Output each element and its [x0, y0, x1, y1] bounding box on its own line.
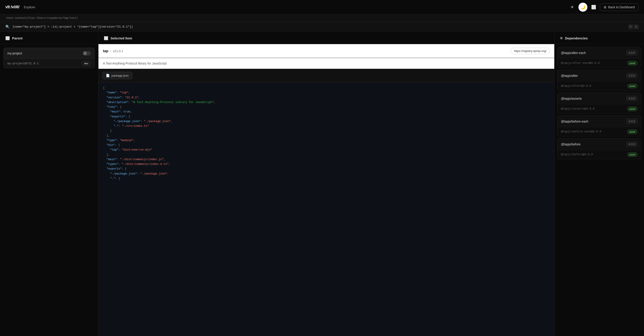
dep-item-4[interactable]: @tapjs/before 4.0.0 @tapjs/before@4.0.0 …: [557, 138, 641, 159]
dep-name-2: @tapjs/asserts: [561, 97, 582, 100]
parent-item-sub-name: my-project@^21.0.1: [8, 62, 39, 65]
dep-sub-0: @tapjs/after-each@4.0.0 prod: [558, 59, 641, 68]
pkg-tab-label: package.json: [112, 74, 129, 77]
dep-sub-3: @tapjs/before-each@4.0.0 prod: [558, 127, 641, 136]
dep-sub-name-1: @tapjs/after@3.0.0: [561, 85, 591, 88]
dep-sub-name-0: @tapjs/after-each@4.0.0: [561, 62, 600, 65]
code-area: { "name": "tap", "version": "21.0.1", "d…: [98, 82, 554, 336]
parent-item-header: my-project: [4, 48, 94, 59]
dep-badge-0: prod: [627, 61, 638, 65]
back-to-dashboard-button[interactable]: ⊞ Back to Dashboard: [600, 3, 639, 11]
selected-panel-icon: ⬜: [104, 36, 108, 40]
selected-pkg-version: v21.0.1: [113, 49, 123, 53]
dep-version-0: 4.0.0: [626, 50, 638, 55]
parent-panel-icon: ⬜: [5, 36, 10, 40]
dep-header-3: @tapjs/before-each 4.0.0: [558, 116, 641, 127]
selected-pkg-name: tap: [103, 49, 108, 53]
search-icon: 🔍: [5, 25, 10, 29]
dep-header-2: @tapjs/asserts 4.0.0: [558, 93, 641, 104]
code-line-6: "main": true,: [103, 110, 550, 114]
selected-panel: ⬜ Selected Item tap ● v21.0.1 https://re…: [98, 32, 554, 336]
code-line-12: "type": "module",: [103, 138, 550, 143]
parent-panel: ⬜ Parent my-project my-project@^21.0.1 d…: [0, 32, 98, 336]
code-line-15: },: [103, 153, 550, 157]
pkg-tab-icon: 📄: [106, 74, 110, 77]
explore-label: Explore: [24, 5, 35, 9]
dep-badge-2: prod: [627, 107, 638, 111]
dark-mode-button[interactable]: 🌙: [578, 3, 588, 12]
toggle-switch[interactable]: [83, 51, 91, 56]
dep-sub-name-4: @tapjs/before@4.0.0: [561, 153, 593, 156]
parent-item[interactable]: my-project my-project@^21.0.1 dev: [4, 48, 95, 68]
kbd-cmd: ⌘: [628, 25, 633, 29]
selected-panel-title: Selected Item: [110, 36, 132, 40]
package-json-tab[interactable]: 📄 package.json: [102, 72, 132, 79]
code-line-14: "tap": "dist/esm/run.mjs": [103, 148, 550, 152]
code-line-5: "tshy": {: [103, 105, 550, 110]
dep-sub-4: @tapjs/before@4.0.0 prod: [558, 150, 641, 159]
dep-badge-3: prod: [627, 130, 638, 134]
dep-panel-icon: ❋: [560, 36, 563, 40]
selected-pkg-name-wrap: tap ● v21.0.1: [103, 49, 123, 53]
context-bar: :host-context(file:/Users/ruyadorno/tmp/…: [0, 14, 644, 22]
code-line-4: "description": "A Test-Anything-Protocol…: [103, 100, 550, 105]
search-input[interactable]: [12, 25, 626, 29]
dep-sub-name-3: @tapjs/before-each@4.0.0: [561, 130, 601, 133]
dep-panel-title: Dependencies: [565, 36, 588, 40]
dep-name-3: @tapjs/before-each: [561, 120, 588, 123]
back-label: Back to Dashboard: [608, 5, 635, 9]
dep-badge-4: prod: [627, 152, 638, 157]
selected-pkg-header: tap ● v21.0.1 https://registry.npmjs.org…: [98, 44, 554, 58]
dep-name-4: @tapjs/before: [561, 142, 580, 146]
dep-sub-2: @tapjs/asserts@4.0.0 prod: [558, 104, 641, 113]
parent-item-sub: my-project@^21.0.1 dev: [4, 59, 94, 68]
parent-panel-header: ⬜ Parent: [0, 32, 98, 44]
dep-header-1: @tapjs/after 3.0.0: [558, 70, 641, 81]
code-line-18: "exports": {: [103, 167, 550, 171]
code-line-13: "bin": {: [103, 143, 550, 148]
code-line-8: "./package.json": "./package.json",: [103, 119, 550, 124]
code-line-19: "./package.json": "./package.json",: [103, 172, 550, 176]
dep-item-3[interactable]: @tapjs/before-each 4.0.0 @tapjs/before-e…: [557, 115, 641, 136]
code-line-20: ".": {: [103, 176, 550, 181]
dep-sub-name-2: @tapjs/asserts@4.0.0: [561, 107, 594, 110]
dep-name-0: @tapjs/after-each: [561, 51, 586, 55]
parent-item-badge: dev: [82, 61, 91, 66]
dep-version-2: 4.0.0: [626, 96, 638, 101]
code-line-2: "name": "tap",: [103, 91, 550, 95]
search-keyboard-shortcut: ⌘ k: [628, 25, 639, 29]
monitor-button[interactable]: ⬜: [589, 3, 598, 12]
dep-list: @tapjs/after-each 4.0.0 @tapjs/after-eac…: [554, 44, 644, 164]
dep-name-1: @tapjs/after: [561, 74, 578, 78]
parent-item-name: my-project: [8, 52, 22, 55]
dependencies-panel: ❋ Dependencies @tapjs/after-each 4.0.0 @…: [554, 32, 644, 336]
selected-pkg-desc: A Test-Anything-Protocol library for Jav…: [98, 58, 554, 69]
dep-version-4: 4.0.0: [626, 142, 638, 147]
code-block: { "name": "tap", "version": "21.0.1", "d…: [103, 86, 550, 181]
search-bar: 🔍 ⌘ k: [0, 22, 644, 32]
selected-pkg-desc-text: A Test-Anything-Protocol library for Jav…: [103, 62, 167, 65]
light-mode-button[interactable]: ☀: [568, 3, 577, 12]
code-line-7: "exports": {: [103, 115, 550, 119]
dep-item-1[interactable]: @tapjs/after 3.0.0 @tapjs/after@3.0.0 pr…: [557, 70, 641, 91]
code-line-16: "main": "./dist/commonjs/index.js",: [103, 157, 550, 162]
logo-volt: /vōlt/: [11, 5, 20, 10]
header-controls: ☀ 🌙 ⬜ ⊞ Back to Dashboard: [568, 3, 639, 12]
main-layout: ⬜ Parent my-project my-project@^21.0.1 d…: [0, 32, 644, 336]
code-line-11: },: [103, 134, 550, 138]
dep-item-2[interactable]: @tapjs/asserts 4.0.0 @tapjs/asserts@4.0.…: [557, 93, 641, 114]
registry-link[interactable]: https://registry.npmjs.org/: [511, 48, 550, 54]
dep-item-0[interactable]: @tapjs/after-each 4.0.0 @tapjs/after-eac…: [557, 47, 641, 68]
dep-panel-header: ❋ Dependencies: [554, 32, 644, 44]
dep-header-4: @tapjs/before 4.0.0: [558, 138, 641, 150]
code-line-9: ".": "./src/index.ts": [103, 124, 550, 129]
header: vlt /vōlt/ Explore ☀ 🌙 ⬜ ⊞ Back to Dashb…: [0, 0, 644, 14]
selected-panel-header: ⬜ Selected Item: [98, 32, 554, 44]
logo-vlt: vlt: [5, 5, 10, 10]
code-line-1: {: [103, 86, 550, 91]
selected-panel-body: tap ● v21.0.1 https://registry.npmjs.org…: [98, 44, 554, 336]
dep-version-1: 3.0.0: [626, 73, 638, 78]
kbd-k: k: [634, 25, 639, 29]
selected-pkg-separator: ●: [110, 50, 111, 52]
dashboard-icon: ⊞: [604, 5, 606, 9]
